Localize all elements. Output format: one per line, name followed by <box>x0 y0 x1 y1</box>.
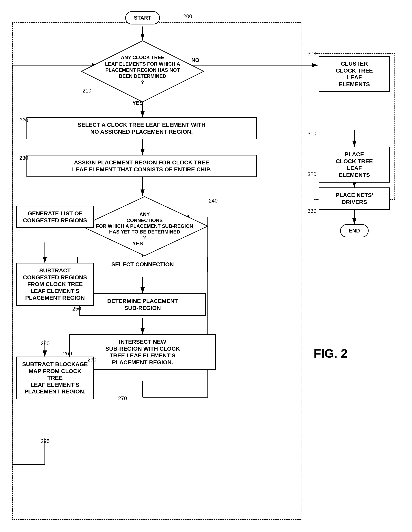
ref-280: 280 <box>41 340 49 347</box>
svg-text:PLACEMENT REGION HAS NOT: PLACEMENT REGION HAS NOT <box>105 67 180 73</box>
yes-label-2: YES <box>132 240 143 247</box>
diamond-1: ANY CLOCK TREE LEAF ELEMENTS FOR WHICH A… <box>79 39 206 105</box>
svg-text:?: ? <box>143 235 146 240</box>
select-connection-text: SELECT CONNECTION <box>83 261 203 268</box>
ref-310: 310 <box>308 130 316 137</box>
box-230-text: ASSIGN PLACEMENT REGION FOR CLOCK TREELE… <box>32 159 252 173</box>
fig-label: FIG. 2 <box>314 346 348 361</box>
ref-240: 240 <box>209 198 217 204</box>
box-220: SELECT A CLOCK TREE LEAF ELEMENT WITHNO … <box>27 117 257 139</box>
svg-text:ANY CLOCK TREE: ANY CLOCK TREE <box>121 55 164 60</box>
gen-congested-text: GENERATE LIST OFCONGESTED REGIONS <box>21 210 89 224</box>
box-250-text: DETERMINE PLACEMENTSUB-REGION <box>84 298 201 311</box>
box-cluster: CLUSTERCLOCK TREELEAFELEMENTS <box>319 56 390 92</box>
svg-text:HAS YET TO BE DETERMINED: HAS YET TO BE DETERMINED <box>109 229 180 235</box>
svg-text:?: ? <box>141 79 144 85</box>
ref-300: 300 <box>308 50 316 57</box>
box-230: ASSIGN PLACEMENT REGION FOR CLOCK TREELE… <box>27 155 257 177</box>
box-250: DETERMINE PLACEMENTSUB-REGION <box>79 294 206 316</box>
start-node: START <box>118 11 167 24</box>
box-place-nets: PLACE NETS'DRIVERS <box>319 188 390 210</box>
no-label-1: NO <box>191 57 199 63</box>
place-nets-text: PLACE NETS'DRIVERS <box>324 192 385 205</box>
ref-260: 260 <box>63 351 72 357</box>
ref-295: 295 <box>41 438 49 444</box>
box-290: SUBTRACT BLOCKAGEMAP FROM CLOCK TREELEAF… <box>16 357 94 399</box>
svg-text:CONNECTIONS: CONNECTIONS <box>126 218 162 223</box>
box-290-text: SUBTRACT BLOCKAGEMAP FROM CLOCK TREELEAF… <box>21 361 89 395</box>
box-select-connection: SELECT CONNECTION <box>77 257 208 272</box>
box-280: SUBTRACTCONGESTED REGIONSFROM CLOCK TREE… <box>16 263 94 306</box>
ref-230: 230 <box>19 155 28 161</box>
ref-220: 220 <box>19 117 28 124</box>
svg-text:ANY: ANY <box>140 211 150 217</box>
svg-text:LEAF ELEMENTS FOR WHICH A: LEAF ELEMENTS FOR WHICH A <box>105 61 180 67</box>
box-place-leaf: PLACECLOCK TREELEAFELEMENTS <box>319 147 390 182</box>
ref-330: 330 <box>308 208 316 214</box>
cluster-text: CLUSTERCLOCK TREELEAFELEMENTS <box>324 60 385 88</box>
box-220-text: SELECT A CLOCK TREE LEAF ELEMENT WITHNO … <box>32 122 252 135</box>
ref-290: 290 <box>88 357 96 363</box>
ref-270: 270 <box>118 395 127 402</box>
place-leaf-text: PLACECLOCK TREELEAFELEMENTS <box>324 151 385 178</box>
svg-text:FOR WHICH A PLACEMENT SUB-REGI: FOR WHICH A PLACEMENT SUB-REGION <box>96 223 193 229</box>
ref-210: 210 <box>83 88 91 94</box>
box-gen-congested: GENERATE LIST OFCONGESTED REGIONS <box>16 206 94 228</box>
box-280-text: SUBTRACTCONGESTED REGIONSFROM CLOCK TREE… <box>21 267 89 301</box>
svg-text:BEEN DETERMINED: BEEN DETERMINED <box>119 73 166 79</box>
diamond-2: ANY CONNECTIONS FOR WHICH A PLACEMENT SU… <box>79 195 210 258</box>
yes-label-1: YES <box>132 100 143 106</box>
ref-200: 200 <box>183 13 192 19</box>
ref-320: 320 <box>308 171 316 178</box>
end-node: END <box>332 224 376 237</box>
ref-250: 250 <box>72 306 81 312</box>
